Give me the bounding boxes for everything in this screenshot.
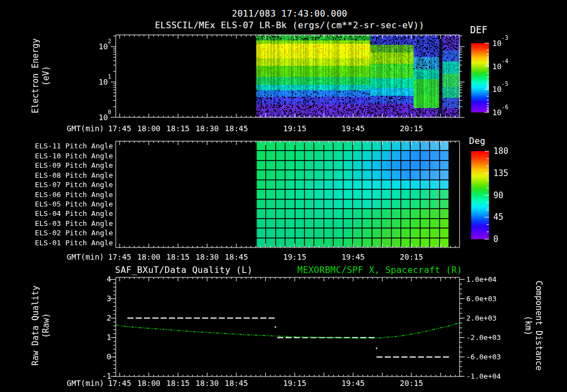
tick-label: ELS-10 Pitch Angle <box>32 152 113 160</box>
tick-label: ELS-09 Pitch Angle <box>32 161 113 169</box>
tick-label: ELS-05 Pitch Angle <box>32 200 113 208</box>
tick-label: ELS-01 Pitch Angle <box>32 239 113 247</box>
tick-label: ELS-04 Pitch Angle <box>32 209 113 218</box>
pitch-angle-row-labels: ELS-11 Pitch AngleELS-10 Pitch AngleELS-… <box>0 0 567 392</box>
science-plot-screen: 2011/083 17:43:00.000 ELSSCIL/MEx ELS-07… <box>0 0 567 392</box>
tick-label: ELS-08 Pitch Angle <box>32 171 113 179</box>
tick-label: ELS-11 Pitch Angle <box>32 142 113 150</box>
tick-label: ELS-02 Pitch Angle <box>32 229 113 237</box>
tick-label: ELS-07 Pitch Angle <box>32 180 113 189</box>
tick-label: ELS-03 Pitch Angle <box>32 219 113 228</box>
tick-label: ELS-06 Pitch Angle <box>32 190 113 199</box>
